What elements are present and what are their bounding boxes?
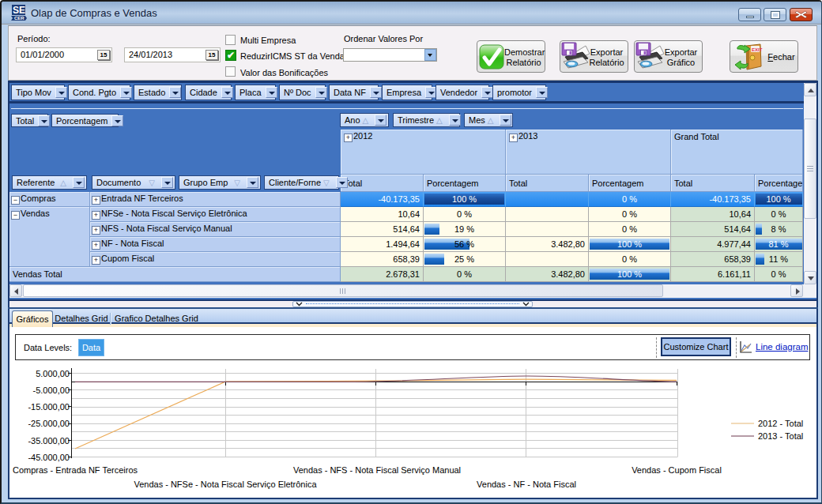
- svg-text:SE: SE: [13, 5, 25, 16]
- svg-text:EXIT: EXIT: [752, 47, 763, 52]
- svg-text:CER: CER: [14, 16, 25, 21]
